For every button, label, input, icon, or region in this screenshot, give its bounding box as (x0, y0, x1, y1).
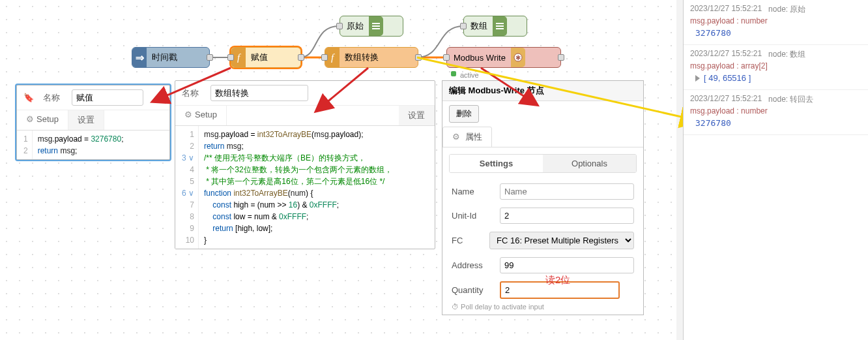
subtab-settings[interactable]: Settings (450, 155, 543, 172)
annotation-read2: 读2位 (545, 274, 570, 286)
function-node-assign[interactable]: f 赋值 (231, 47, 301, 68)
svg-rect-3 (496, 23, 504, 24)
debug-timestamp: 2023/12/27 15:52:21 (690, 4, 762, 15)
debug-icon (493, 16, 507, 36)
svg-rect-4 (496, 25, 504, 27)
debug-node-name: node: 原始 (768, 4, 805, 15)
function-node-convert[interactable]: f 数组转换 (325, 47, 418, 68)
gear-icon: ⚙ (26, 114, 34, 124)
tab-setup[interactable]: ⚙Setup (17, 110, 68, 130)
field-label-name: Name (452, 187, 493, 196)
svg-rect-5 (496, 28, 504, 29)
debug-node-array[interactable]: 数组 (463, 16, 527, 37)
name-label: 名称 (182, 87, 204, 99)
tab-bar: ⚙Setup 设置 (175, 105, 435, 125)
node-label: 数组 (470, 20, 487, 32)
field-label-quantity: Quantity (452, 285, 493, 295)
address-input[interactable] (500, 257, 634, 273)
debug-type: msg.payload : number (690, 106, 861, 116)
tag-icon: 🔖 (23, 93, 34, 102)
field-label-unitid: Unit-Id (452, 211, 493, 221)
fc-select[interactable]: FC 16: Preset Multiple Registers (489, 232, 634, 249)
debug-timestamp: 2023/12/27 15:52:21 (690, 49, 762, 60)
status-label: active (460, 71, 479, 79)
expand-icon[interactable] (695, 75, 700, 82)
node-label: 赋值 (251, 52, 268, 63)
polldelay-label: ⏱ Poll delay to activate input (452, 303, 544, 311)
name-label: 名称 (43, 92, 65, 104)
modbus-write-node[interactable]: Modbus Write ✱ active (446, 47, 561, 68)
tab-setup[interactable]: ⚙Setup (175, 106, 227, 125)
node-label: 时间戳 (152, 52, 177, 63)
svg-rect-1 (372, 25, 380, 27)
gear-icon: ⚙ (452, 132, 460, 142)
node-label: Modbus Write (454, 53, 506, 63)
debug-node-name: node: 转回去 (768, 94, 813, 105)
debug-timestamp: 2023/12/27 15:52:21 (690, 94, 762, 105)
unitid-input[interactable] (500, 208, 634, 224)
gear-icon: ⚙ (184, 110, 192, 119)
inject-icon[interactable]: ⇒ (132, 48, 147, 67)
name-input[interactable] (72, 89, 143, 106)
debug-icon (369, 16, 383, 36)
field-label-address: Address (452, 260, 493, 270)
status-dot (451, 71, 456, 76)
debug-entry[interactable]: 2023/12/27 15:52:21node: 转回去 msg.payload… (684, 90, 868, 135)
debug-type: msg.payload : array[2] (690, 61, 861, 70)
name-input[interactable] (210, 85, 308, 101)
debug-sidebar[interactable]: 2023/12/27 15:52:21node: 原始 msg.payload … (683, 0, 868, 340)
canvas-scrollbar[interactable] (676, 0, 683, 340)
subtab-optionals[interactable]: Optionals (543, 155, 636, 172)
debug-value[interactable]: 3276780 (690, 118, 861, 128)
svg-rect-2 (372, 28, 380, 29)
code-editor[interactable]: msg.payload = 3276780; return msg; (33, 131, 129, 159)
inject-node[interactable]: ⇒ 时间戳 (132, 47, 210, 68)
tab-properties[interactable]: ⚙ 属性 (442, 127, 492, 147)
modbus-icon: ✱ (511, 48, 525, 67)
tab-bar: ⚙Setup 设置 (17, 110, 169, 130)
function-edit-panel-convert[interactable]: 名称 ⚙Setup 设置 123 ∨ 456 ∨ 78910 msg.paylo… (175, 80, 435, 249)
tab-settings[interactable]: 设置 (68, 110, 104, 130)
svg-rect-0 (372, 23, 380, 24)
node-label: 原始 (347, 20, 364, 32)
debug-value[interactable]: 3276780 (690, 28, 861, 38)
debug-node-name: node: 数组 (768, 49, 805, 60)
dialog-title: 编辑 Modbus-Write 节点 (442, 81, 643, 101)
svg-text:✱: ✱ (515, 54, 521, 61)
function-edit-panel-assign[interactable]: 🔖 名称 ⚙Setup 设置 12 msg.payload = 3276780;… (16, 85, 170, 160)
debug-entry[interactable]: 2023/12/27 15:52:21node: 原始 msg.payload … (684, 0, 868, 45)
modbus-edit-dialog[interactable]: 编辑 Modbus-Write 节点 删除 ⚙ 属性 Settings Opti… (442, 80, 644, 315)
debug-type: msg.payload : number (690, 16, 861, 25)
field-label-fc: FC (452, 236, 483, 245)
name-input[interactable] (500, 183, 634, 200)
debug-value[interactable]: [ 49, 65516 ] (690, 73, 861, 83)
node-label: 数组转换 (345, 52, 379, 63)
debug-node-raw[interactable]: 原始 (340, 16, 403, 37)
code-editor[interactable]: msg.payload = int32ToArrayBE(msg.payload… (199, 126, 398, 249)
delete-button[interactable]: 删除 (449, 105, 479, 123)
debug-entry[interactable]: 2023/12/27 15:52:21node: 数组 msg.payload … (684, 45, 868, 90)
tab-settings[interactable]: 设置 (399, 106, 435, 125)
